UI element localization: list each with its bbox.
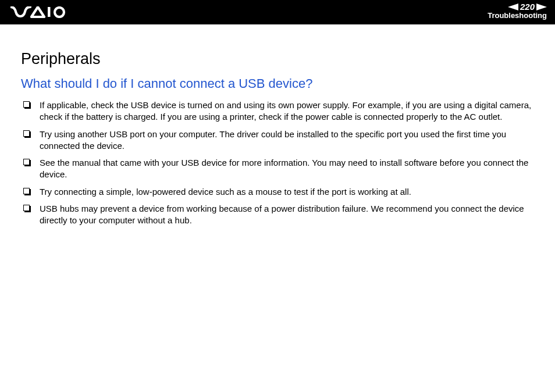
prev-page-arrow-icon[interactable] (508, 3, 518, 10)
svg-marker-3 (536, 3, 547, 10)
list-item-text: Try connecting a simple, low-powered dev… (40, 187, 411, 197)
header-right: 220 Troubleshooting (488, 2, 547, 20)
list-item-text: USB hubs may prevent a device from worki… (40, 204, 524, 225)
list-item: Try using another USB port on your compu… (21, 129, 534, 152)
list-item: Try connecting a simple, low-powered dev… (21, 186, 534, 198)
page-subtitle: What should I do if I cannot connect a U… (21, 76, 534, 91)
bullet-icon (23, 130, 30, 137)
list-item-text: If applicable, check the USB device is t… (40, 100, 531, 122)
list-item: If applicable, check the USB device is t… (21, 99, 534, 123)
list-item-text: See the manual that came with your USB d… (40, 158, 528, 179)
bullet-icon (23, 205, 30, 211)
bullet-icon (23, 188, 30, 194)
svg-point-1 (55, 8, 64, 17)
vaio-logo (10, 6, 66, 18)
bullet-icon (23, 101, 30, 108)
svg-marker-2 (508, 3, 518, 10)
page-number: 220 (519, 2, 536, 12)
page-header: 220 Troubleshooting (0, 0, 555, 24)
bullet-icon (23, 159, 30, 165)
list-item: USB hubs may prevent a device from worki… (21, 203, 534, 227)
list-item: See the manual that came with your USB d… (21, 157, 534, 181)
section-title: Troubleshooting (488, 12, 547, 20)
troubleshooting-list: If applicable, check the USB device is t… (21, 99, 534, 226)
svg-rect-0 (48, 7, 51, 17)
list-item-text: Try using another USB port on your compu… (40, 129, 506, 151)
page-content: Peripherals What should I do if I cannot… (0, 24, 555, 226)
next-page-arrow-icon[interactable] (536, 3, 547, 10)
page-title: Peripherals (21, 50, 534, 68)
